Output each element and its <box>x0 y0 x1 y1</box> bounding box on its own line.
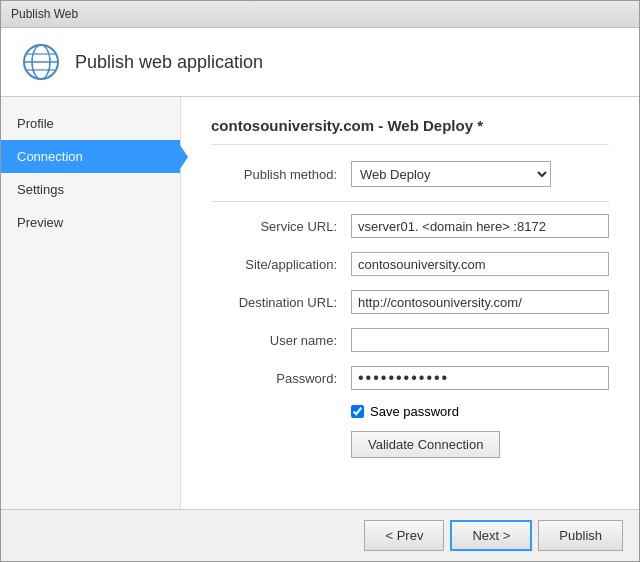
password-group: Password: <box>211 366 609 390</box>
destination-url-label: Destination URL: <box>211 295 351 310</box>
next-button[interactable]: Next > <box>450 520 532 551</box>
validate-connection-button[interactable]: Validate Connection <box>351 431 500 458</box>
footer: < Prev Next > Publish <box>1 509 639 561</box>
service-url-input[interactable] <box>351 214 609 238</box>
user-name-label: User name: <box>211 333 351 348</box>
header-section: Publish web application <box>1 28 639 97</box>
save-password-checkbox[interactable] <box>351 405 364 418</box>
content-panel: contosouniversity.com - Web Deploy * Pub… <box>181 97 639 509</box>
sidebar-item-profile[interactable]: Profile <box>1 107 180 140</box>
window-title: Publish Web <box>11 7 78 21</box>
password-input[interactable] <box>351 366 609 390</box>
site-application-label: Site/application: <box>211 257 351 272</box>
sidebar-item-settings[interactable]: Settings <box>1 173 180 206</box>
publish-method-label: Publish method: <box>211 167 351 182</box>
destination-url-input[interactable] <box>351 290 609 314</box>
publish-method-select[interactable]: Web Deploy <box>351 161 551 187</box>
content-title: contosouniversity.com - Web Deploy * <box>211 117 609 145</box>
publish-button[interactable]: Publish <box>538 520 623 551</box>
save-password-group: Save password <box>351 404 609 419</box>
service-url-group: Service URL: <box>211 214 609 238</box>
title-bar: Publish Web <box>1 1 639 28</box>
site-application-input[interactable] <box>351 252 609 276</box>
user-name-input[interactable] <box>351 328 609 352</box>
main-content: Profile Connection Settings Preview cont… <box>1 97 639 509</box>
user-name-group: User name: <box>211 328 609 352</box>
header-title: Publish web application <box>75 52 263 73</box>
publish-web-window: Publish Web Publish web application Prof… <box>0 0 640 562</box>
sidebar: Profile Connection Settings Preview <box>1 97 181 509</box>
globe-icon <box>21 42 61 82</box>
site-application-group: Site/application: <box>211 252 609 276</box>
service-url-label: Service URL: <box>211 219 351 234</box>
destination-url-group: Destination URL: <box>211 290 609 314</box>
divider-1 <box>211 201 609 202</box>
sidebar-item-preview[interactable]: Preview <box>1 206 180 239</box>
publish-method-group: Publish method: Web Deploy <box>211 161 609 187</box>
prev-button[interactable]: < Prev <box>364 520 444 551</box>
password-label: Password: <box>211 371 351 386</box>
sidebar-item-connection[interactable]: Connection <box>1 140 180 173</box>
save-password-label[interactable]: Save password <box>370 404 459 419</box>
